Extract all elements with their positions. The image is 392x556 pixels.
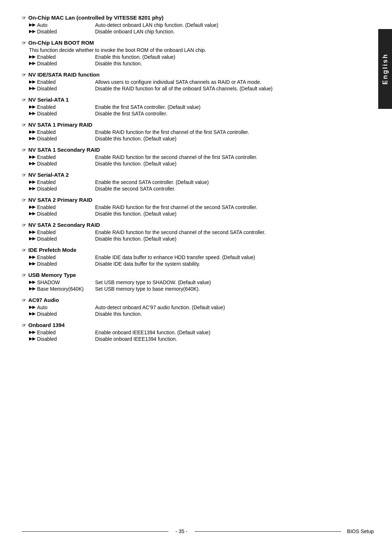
- bullet-icon: ▶▶: [29, 286, 36, 292]
- option-value: Enable onboard IEEE1394 function. (Defau…: [95, 330, 352, 335]
- option-row: ▶▶EnabledEnable RAID function for the se…: [29, 154, 352, 160]
- arrow-icon-nv-sata-2-secondary-raid: ☞: [22, 222, 26, 228]
- bullet-icon: ▶▶: [29, 179, 36, 185]
- option-value: Disable this function. (Default value): [95, 211, 352, 217]
- option-row: ▶▶DisabledDisable the RAID function for …: [29, 86, 352, 91]
- option-row: ▶▶AutoAuto-detect onboard LAN chip funct…: [29, 22, 352, 28]
- section-desc-on-chip-lan-boot-rom: This function decide whether to invoke t…: [29, 47, 352, 53]
- bullet-icon: ▶▶: [29, 79, 36, 85]
- option-row: ▶▶Base Memory(640K)Set USB memory type t…: [29, 286, 352, 292]
- bullet-icon: ▶▶: [29, 211, 36, 217]
- option-key: SHADOW: [37, 279, 95, 285]
- title-text-ac97-audio: AC97 Audio: [28, 297, 59, 303]
- option-row: ▶▶DisabledDisable the first SATA control…: [29, 111, 352, 116]
- option-key: Enabled: [37, 229, 95, 235]
- bullet-icon: ▶▶: [29, 236, 36, 242]
- section-nv-sata-2-primary-raid: ☞NV SATA 2 Primary RAID▶▶EnabledEnable R…: [22, 197, 352, 217]
- option-key: Disabled: [37, 111, 95, 116]
- bullet-icon: ▶▶: [29, 304, 36, 310]
- option-key: Disabled: [37, 136, 95, 142]
- option-key: Disabled: [37, 61, 95, 66]
- option-key: Enabled: [37, 79, 95, 85]
- bullet-icon: ▶▶: [29, 311, 36, 317]
- section-title-ide-prefetch-mode: ☞IDE Prefetch Mode: [22, 247, 352, 253]
- option-row: ▶▶DisabledDisable onboard IEEE1394 funct…: [29, 336, 352, 342]
- option-value: Disable the second SATA controller.: [95, 186, 352, 192]
- bullet-icon: ▶▶: [29, 204, 36, 210]
- option-row: ▶▶EnabledEnable RAID function for the fi…: [29, 204, 352, 210]
- option-key: Base Memory(640K): [37, 286, 95, 292]
- bullet-icon: ▶▶: [29, 279, 36, 285]
- option-value: Disable this function. (Default value): [95, 136, 352, 142]
- bottom-bar: - 35 - BIOS Setup: [22, 528, 374, 534]
- option-key: Disabled: [37, 86, 95, 91]
- bullet-icon: ▶▶: [29, 254, 36, 260]
- section-title-on-chip-mac-lan: ☞On-Chip MAC Lan (controlled by VITESSE …: [22, 15, 352, 21]
- option-row: ▶▶EnabledEnable onboard IEEE1394 functio…: [29, 330, 352, 335]
- title-text-on-chip-mac-lan: On-Chip MAC Lan (controlled by VITESSE 8…: [28, 15, 164, 21]
- option-key: Disabled: [37, 211, 95, 217]
- title-text-ide-prefetch-mode: IDE Prefetch Mode: [28, 247, 77, 253]
- option-value: Auto-detect onboard AC'97 audio function…: [95, 304, 352, 310]
- section-title-nv-sata-1-primary-raid: ☞NV SATA 1 Primary RAID: [22, 122, 352, 128]
- option-value: Enable RAID function for the first chann…: [95, 204, 352, 210]
- option-row: ▶▶EnabledEnable RAID function for the se…: [29, 229, 352, 235]
- bullet-icon: ▶▶: [29, 61, 36, 66]
- option-value: Auto-detect onboard LAN chip function. (…: [95, 22, 352, 28]
- english-tab: English: [378, 29, 392, 109]
- option-row: ▶▶DisabledDisable this function. (Defaul…: [29, 136, 352, 142]
- option-value: Allows users to configure individual SAT…: [95, 79, 352, 85]
- section-title-nv-serial-ata-2: ☞NV Serial-ATA 2: [22, 172, 352, 178]
- section-title-nv-sata-1-secondary-raid: ☞NV SATA 1 Secondary RAID: [22, 147, 352, 153]
- arrow-icon-nv-ide-sata-raid: ☞: [22, 72, 26, 78]
- option-key: Enabled: [37, 104, 95, 110]
- option-value: Disable this function. (Default value): [95, 236, 352, 242]
- section-onboard-1394: ☞Onboard 1394▶▶EnabledEnable onboard IEE…: [22, 322, 352, 342]
- option-value: Disable onboard IEEE1394 function.: [95, 336, 352, 342]
- arrow-icon-nv-serial-ata-1: ☞: [22, 97, 26, 103]
- option-row: ▶▶EnabledEnable the first SATA controlle…: [29, 104, 352, 110]
- section-usb-memory-type: ☞USB Memory Type▶▶SHADOWSet USB memory t…: [22, 272, 352, 292]
- section-nv-ide-sata-raid: ☞NV IDE/SATA RAID function▶▶EnabledAllow…: [22, 71, 352, 91]
- bullet-icon: ▶▶: [29, 104, 36, 110]
- option-key: Disabled: [37, 336, 95, 342]
- title-text-nv-sata-2-secondary-raid: NV SATA 2 Secondary RAID: [28, 222, 100, 228]
- page-number: - 35 -: [168, 528, 195, 534]
- arrow-icon-nv-sata-1-secondary-raid: ☞: [22, 147, 26, 153]
- title-text-nv-sata-2-primary-raid: NV SATA 2 Primary RAID: [28, 197, 92, 203]
- section-on-chip-lan-boot-rom: ☞On-Chip LAN BOOT ROMThis function decid…: [22, 40, 352, 66]
- option-value: Disable this function.: [95, 311, 352, 317]
- section-ac97-audio: ☞AC97 Audio▶▶AutoAuto-detect onboard AC'…: [22, 297, 352, 317]
- option-value: Enable the first SATA controller. (Defau…: [95, 104, 352, 110]
- section-title-usb-memory-type: ☞USB Memory Type: [22, 272, 352, 278]
- option-value: Set USB memory type to base memory(640K)…: [95, 286, 352, 292]
- bullet-icon: ▶▶: [29, 229, 36, 235]
- bullet-icon: ▶▶: [29, 261, 36, 267]
- option-key: Disabled: [37, 161, 95, 167]
- section-ide-prefetch-mode: ☞IDE Prefetch Mode▶▶EnabledEnable IDE da…: [22, 247, 352, 267]
- option-value: Enable IDE data buffer to enhance HDD tr…: [95, 254, 352, 260]
- option-value: Disable IDE data buffer for the system s…: [95, 261, 352, 267]
- bottom-line-left: [22, 531, 168, 532]
- arrow-icon-ac97-audio: ☞: [22, 298, 26, 303]
- option-row: ▶▶DisabledDisable IDE data buffer for th…: [29, 261, 352, 267]
- main-content: ☞On-Chip MAC Lan (controlled by VITESSE …: [22, 15, 352, 342]
- option-key: Enabled: [37, 254, 95, 260]
- option-row: ▶▶SHADOWSet USB memory type to SHADOW. (…: [29, 279, 352, 285]
- option-key: Disabled: [37, 261, 95, 267]
- section-nv-sata-1-secondary-raid: ☞NV SATA 1 Secondary RAID▶▶EnabledEnable…: [22, 147, 352, 167]
- bullet-icon: ▶▶: [29, 86, 36, 91]
- option-row: ▶▶EnabledEnable this function. (Default …: [29, 54, 352, 60]
- arrow-icon-on-chip-mac-lan: ☞: [22, 15, 26, 21]
- option-value: Set USB memory type to SHADOW. (Default …: [95, 279, 352, 285]
- option-row: ▶▶DisabledDisable this function. (Defaul…: [29, 236, 352, 242]
- option-value: Enable this function. (Default value): [95, 54, 352, 60]
- option-value: Enable the second SATA controller. (Defa…: [95, 179, 352, 185]
- option-key: Enabled: [37, 330, 95, 335]
- arrow-icon-onboard-1394: ☞: [22, 323, 26, 328]
- arrow-icon-nv-sata-1-primary-raid: ☞: [22, 122, 26, 128]
- option-value: Enable RAID function for the first chann…: [95, 129, 352, 135]
- section-on-chip-mac-lan: ☞On-Chip MAC Lan (controlled by VITESSE …: [22, 15, 352, 34]
- option-value: Disable onboard LAN chip function.: [95, 29, 352, 34]
- option-key: Disabled: [37, 236, 95, 242]
